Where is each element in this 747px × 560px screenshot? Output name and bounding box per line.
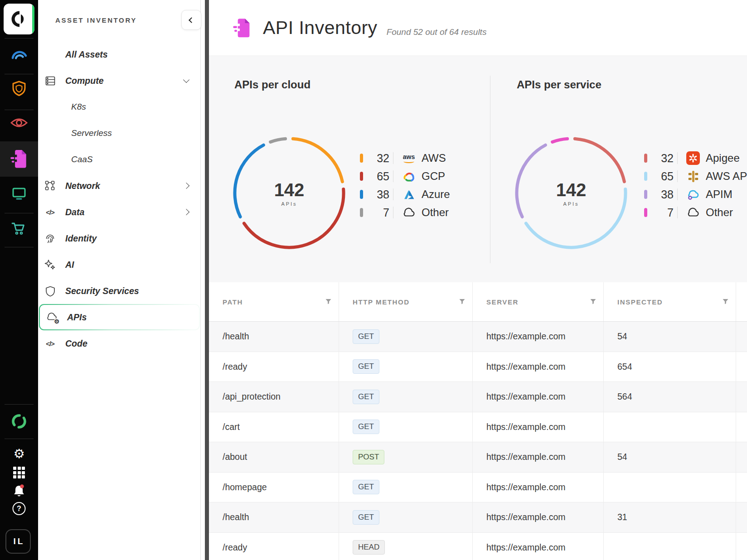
aws-logo: aws [402,151,416,165]
sidebar-item-serverless[interactable]: Serverless [38,120,200,146]
legend-row-other[interactable]: 7 Other [360,203,450,222]
eye-nav-icon[interactable] [9,113,29,133]
legend-divider [677,188,678,200]
charts-panel: APIs per cloud 142 APIs 32 aws AWS [209,57,747,282]
shopping-cart-icon [9,219,29,239]
settings-button[interactable]: ⚙ [13,448,24,460]
table-row[interactable]: /homepage GET https://example.com [209,473,747,503]
legend-divider [677,170,678,182]
legend-row-aws-api-gateway[interactable]: 65 AWS API… [644,167,747,185]
sync-nav-icon[interactable] [9,411,29,431]
azure-logo [402,187,416,202]
filter-icon[interactable] [590,299,596,305]
cell-method: GET [339,322,473,352]
sidebar-item-data[interactable]: </> Data [38,199,200,225]
eye-icon [9,113,29,133]
question-mark-icon: ? [13,502,26,515]
legend-divider [393,152,393,164]
cell-server: https://example.com [473,502,604,532]
cart-nav-icon[interactable] [9,219,29,239]
cell-server: https://example.com [473,382,604,412]
help-button[interactable]: ? [13,502,26,515]
sidebar-item-security-services[interactable]: Security Services [38,278,200,304]
legend-row-other[interactable]: 7 Other [644,203,747,222]
cell-spacer [736,322,747,352]
notifications-button[interactable] [10,482,28,500]
cell-method: GET [339,382,473,412]
column-label: PATH [223,298,243,306]
sidebar-item-k8s[interactable]: K8s [38,94,200,120]
apps-grid-button[interactable] [13,467,25,478]
sidebar-item-ai[interactable]: AI [38,251,200,278]
divider [5,110,34,110]
table-row[interactable]: /ready GET https://example.com 654 [209,352,747,382]
charts-divider [490,76,490,263]
api-cloud-gear-icon: ⚙ [46,311,58,323]
table-row[interactable]: /health GET https://example.com 54 [209,322,747,352]
cell-server: https://example.com [473,352,604,382]
cell-method: HEAD [339,533,473,560]
legend-row-azure[interactable]: 38 Azure [360,185,450,203]
server-stack-icon [44,75,56,87]
api-inventory-nav-icon[interactable] [10,149,28,169]
sidebar-item-code[interactable]: </> Code [38,330,200,357]
sidebar-item-apis[interactable]: ⚙ APIs [40,305,199,329]
left-icon-rail: ⚙ ? IL [0,0,38,560]
sidebar-item-label: Data [65,207,84,217]
legend-marker [644,190,647,199]
gauge-icon [9,45,29,65]
sidebar-item-all-assets[interactable]: All Assets [38,41,200,68]
cell-path: /health [209,502,339,532]
asset-inventory-sidebar: ASSET INVENTORY All Assets Compute [38,0,201,560]
legend-value: 38 [368,188,389,201]
filter-icon[interactable] [459,299,465,305]
gcp-logo [402,169,416,183]
sidebar-item-network[interactable]: Network [38,173,200,199]
legend-row-aws[interactable]: 32 aws AWS [360,149,450,167]
api-table: PATH HTTP METHOD SERVER [209,282,747,560]
gauge-nav-icon[interactable] [9,45,29,65]
sidebar-collapse-button[interactable] [181,10,201,30]
cell-path: /ready [209,533,339,560]
filter-icon[interactable] [723,299,728,305]
sidebar-item-identity[interactable]: Identity [38,225,200,251]
divider [5,38,34,39]
legend-row-apim[interactable]: 38 APIM [644,185,747,203]
column-label: HTTP METHOD [353,298,410,306]
page-header: API Inventory Found 52 out of 64 results [209,0,747,56]
sidebar-item-label: Code [65,338,87,349]
table-row[interactable]: /cart GET https://example.com [209,412,747,443]
table-row[interactable]: /ready HEAD https://example.com [209,533,747,560]
gear-icon: ⚙ [13,448,24,460]
results-count: Found 52 out of 64 results [387,27,487,37]
donut-unit: APIs [563,201,579,207]
column-header-http-method: HTTP METHOD [339,282,473,321]
filter-icon[interactable] [325,299,331,305]
fingerprint-icon [44,232,56,245]
cell-method: GET [339,502,473,532]
legend-value: 32 [368,152,389,165]
cell-path: /ready [209,352,339,382]
table-row[interactable]: /about POST https://example.com 54 [209,442,747,473]
cell-inspected: 654 [604,352,736,382]
sidebar-items: All Assets Compute K8s Serverless [38,41,200,357]
divider [5,439,34,439]
shield-nav-icon[interactable] [9,79,29,99]
sidebar-item-caas[interactable]: CaaS [38,146,200,173]
avatar[interactable]: IL [5,529,31,554]
cloud-outline-icon [686,205,700,220]
orca-logo[interactable] [4,4,34,34]
cell-server: https://example.com [473,533,604,560]
table-row[interactable]: /api_protection GET https://example.com … [209,382,747,412]
monitor-nav-icon[interactable] [9,184,29,204]
legend-row-gcp[interactable]: 65 GCP [360,167,450,185]
legend-row-apigee[interactable]: 32 Apigee [644,149,747,167]
cell-inspected: 31 [604,502,736,532]
table-row[interactable]: /health GET https://example.com 31 [209,502,747,533]
column-label: SERVER [486,298,519,306]
legend-value: 65 [652,170,674,183]
donut-unit: APIs [281,201,297,207]
orange-shield-icon [9,79,29,99]
sidebar-item-compute[interactable]: Compute [38,68,200,94]
panel-drag-handle[interactable] [205,0,209,560]
